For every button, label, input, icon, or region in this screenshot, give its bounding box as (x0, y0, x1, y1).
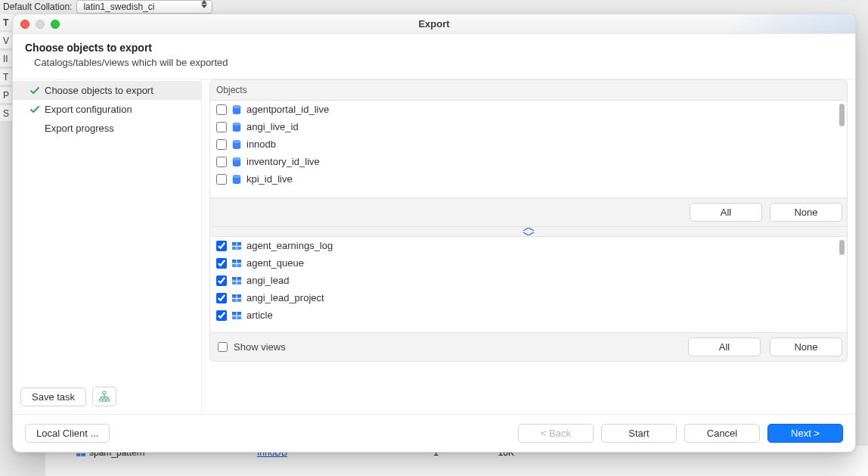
svg-rect-5 (100, 399, 103, 401)
catalog-name: innodb (246, 138, 276, 150)
show-views-checkbox[interactable] (218, 342, 228, 352)
catalog-row[interactable]: angi_live_id (210, 118, 847, 135)
svg-point-11 (233, 122, 240, 125)
wizard-step-label: Choose objects to export (45, 85, 153, 96)
wizard-title: Choose objects to export (25, 42, 843, 54)
table-icon (231, 258, 242, 269)
database-icon (231, 157, 242, 167)
catalog-none-button[interactable]: None (770, 203, 842, 222)
table-row[interactable]: angi_lead_project (210, 289, 847, 306)
svg-point-17 (233, 174, 240, 177)
table-row[interactable]: angi_lead (210, 272, 847, 289)
svg-point-9 (233, 104, 240, 107)
table-checkbox[interactable] (216, 275, 227, 286)
database-icon (231, 174, 242, 185)
titlebar-ribbon (734, 14, 855, 33)
wizard-step[interactable]: Choose objects to export (13, 81, 201, 100)
svg-rect-7 (107, 399, 110, 401)
wizard-header: Choose objects to export Catalogs/tables… (13, 34, 855, 79)
catalog-name: inventory_id_live (246, 156, 320, 167)
show-views-label: Show views (234, 341, 286, 353)
catalog-name: kpi_id_live (246, 173, 293, 185)
table-all-button[interactable]: All (688, 338, 761, 356)
table-row[interactable]: agent_earnings_log (210, 237, 847, 254)
table-name: agent_queue (246, 257, 304, 269)
catalog-checkbox[interactable] (216, 174, 227, 185)
cancel-button[interactable]: Cancel (684, 424, 760, 443)
catalog-name: agentportal_id_live (246, 104, 329, 115)
svg-rect-4 (103, 392, 106, 394)
table-listbox[interactable]: agent_earnings_logagent_queueangi_leadan… (209, 236, 848, 333)
window-close[interactable] (20, 20, 29, 29)
catalog-name: angi_live_id (246, 121, 299, 132)
catalog-checkbox[interactable] (216, 104, 227, 115)
table-icon (231, 241, 242, 251)
database-icon (231, 104, 242, 115)
window-title: Export (13, 18, 855, 30)
catalog-row[interactable]: inventory_id_live (210, 153, 847, 170)
show-views-toggle[interactable]: Show views (215, 341, 286, 353)
window-zoom[interactable] (51, 20, 60, 29)
objects-label: Objects (209, 79, 848, 100)
svg-point-13 (233, 139, 240, 142)
table-name: angi_lead_project (246, 292, 324, 303)
wizard-step-label: Export progress (45, 123, 114, 134)
table-name: angi_lead (246, 275, 289, 286)
catalog-row[interactable]: agentportal_id_live (210, 101, 847, 118)
table-checkbox[interactable] (216, 258, 227, 269)
catalog-all-button[interactable]: All (690, 203, 762, 222)
table-name: article (246, 310, 273, 321)
check-icon (29, 86, 40, 96)
titlebar: Export (13, 14, 855, 34)
window-minimize (36, 20, 45, 29)
local-client-button[interactable]: Local Client ... (25, 424, 110, 443)
table-checkbox[interactable] (216, 241, 227, 251)
back-button: < Back (518, 424, 594, 443)
table-icon (231, 275, 242, 286)
next-button[interactable]: Next > (767, 424, 843, 443)
collation-value: latin1_swedish_ci (83, 2, 154, 12)
catalog-listbox[interactable]: agentportal_id_liveangi_live_idinnodbinv… (209, 100, 848, 198)
wizard-step-label: Export configuration (45, 104, 132, 115)
start-button[interactable]: Start (601, 424, 677, 443)
catalog-row[interactable]: innodb (210, 135, 847, 153)
table-name: agent_earnings_log (246, 240, 333, 251)
catalog-checkbox[interactable] (216, 157, 227, 167)
table-icon (231, 293, 242, 303)
table-checkbox[interactable] (216, 293, 227, 303)
catalog-checkbox[interactable] (216, 122, 227, 132)
database-icon (231, 139, 242, 150)
table-checkbox[interactable] (216, 310, 227, 321)
save-task-button[interactable]: Save task (20, 387, 86, 406)
wizard-step[interactable]: Export progress (13, 119, 201, 138)
export-dialog: Export Choose objects to export Catalogs… (12, 14, 856, 453)
wizard-subtitle: Catalogs/tables/views which will be expo… (25, 57, 843, 68)
step-bullet-icon (29, 123, 40, 134)
table-row[interactable]: article (210, 306, 847, 324)
catalog-row[interactable]: kpi_id_live (210, 170, 847, 188)
svg-rect-6 (103, 399, 106, 401)
table-none-button[interactable]: None (770, 338, 842, 356)
collation-label: Default Collation: (3, 2, 72, 12)
sidebar: Choose objects to exportExport configura… (13, 79, 202, 414)
splitter-handle[interactable] (209, 227, 848, 236)
database-icon (231, 122, 242, 132)
wizard-step[interactable]: Export configuration (13, 100, 201, 119)
catalog-checkbox[interactable] (216, 139, 227, 150)
table-icon (231, 310, 242, 321)
collation-dropdown[interactable]: latin1_swedish_ci (76, 0, 212, 14)
wizard-footer: Local Client ... < Back Start Cancel Nex… (13, 414, 855, 452)
svg-point-15 (233, 157, 240, 160)
check-icon (29, 104, 40, 115)
tree-icon-button[interactable] (92, 387, 116, 406)
table-row[interactable]: agent_queue (210, 254, 847, 272)
objects-panel: Objects agentportal_id_liveangi_live_idi… (202, 79, 855, 414)
